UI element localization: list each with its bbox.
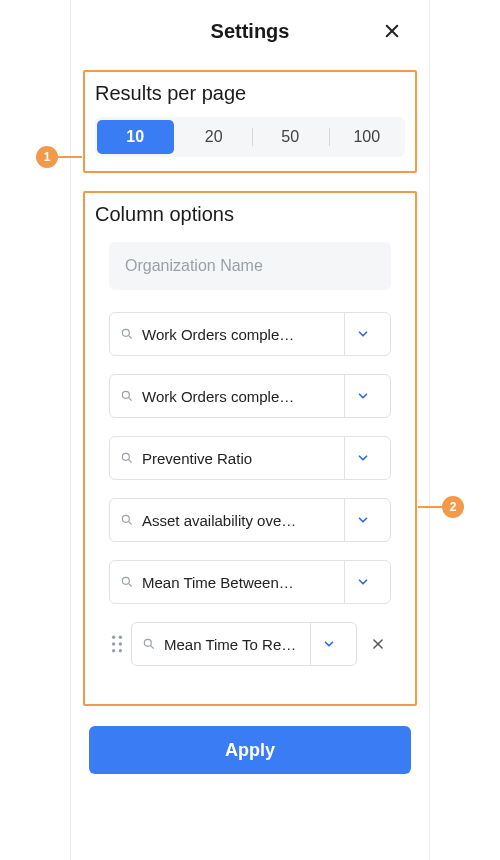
column-select[interactable]: Preventive Ratio [109,436,391,480]
svg-point-10 [122,577,129,584]
search-icon [120,389,134,403]
svg-line-5 [129,398,132,401]
column-row: Mean Time To Repai… [109,622,391,666]
page-title: Settings [211,20,290,43]
column-select[interactable]: Work Orders comple… [109,374,391,418]
svg-point-4 [122,391,129,398]
callout-marker-2: 2 [442,496,464,518]
chevron-down-icon[interactable] [344,499,380,541]
results-per-page-segmented: 102050100 [95,117,405,157]
results-per-page-option-100[interactable]: 100 [329,120,406,154]
search-icon [142,637,156,651]
chevron-down-icon[interactable] [344,375,380,417]
column-select-label: Work Orders comple… [142,388,336,405]
remove-column-button[interactable] [365,637,391,651]
search-icon [120,451,134,465]
svg-line-19 [151,646,154,649]
close-button[interactable] [379,18,405,44]
close-icon [383,22,401,40]
column-options-title: Column options [95,203,405,226]
chevron-down-icon[interactable] [310,623,346,665]
results-per-page-title: Results per page [95,82,405,105]
column-select-label: Preventive Ratio [142,450,336,467]
svg-line-7 [129,460,132,463]
svg-point-2 [122,329,129,336]
static-column-field: Organization Name [109,242,391,290]
column-options-section: Column options Organization Name Work Or… [83,191,417,706]
svg-line-3 [129,336,132,339]
results-per-page-section: Results per page 102050100 [83,70,417,173]
svg-line-9 [129,522,132,525]
svg-point-15 [119,642,122,645]
chevron-down-icon[interactable] [344,561,380,603]
results-per-page-option-50[interactable]: 50 [252,120,329,154]
svg-point-18 [144,639,151,646]
results-per-page-option-10[interactable]: 10 [97,120,174,154]
svg-point-6 [122,453,129,460]
search-icon [120,327,134,341]
svg-point-16 [112,649,115,652]
column-select[interactable]: Work Orders comple… [109,312,391,356]
column-row: Mean Time Between… [109,560,391,604]
chevron-down-icon[interactable] [344,437,380,479]
results-per-page-option-20[interactable]: 20 [176,120,253,154]
column-select[interactable]: Asset availability ove… [109,498,391,542]
search-icon [120,513,134,527]
column-select[interactable]: Mean Time Between… [109,560,391,604]
settings-panel: Settings Results per page 102050100 Colu… [70,0,430,860]
svg-point-14 [112,642,115,645]
column-select-label: Mean Time Between… [142,574,336,591]
panel-header: Settings [71,0,429,62]
svg-line-11 [129,584,132,587]
callout-marker-1: 1 [36,146,58,168]
search-icon [120,575,134,589]
column-row: Asset availability ove… [109,498,391,542]
svg-point-8 [122,515,129,522]
column-row: Work Orders comple… [109,374,391,418]
column-select-label: Mean Time To Repai… [164,636,302,653]
svg-point-12 [112,636,115,639]
column-options-body: Organization Name Work Orders comple…Wor… [95,242,405,666]
column-row: Preventive Ratio [109,436,391,480]
svg-point-13 [119,636,122,639]
drag-handle-icon[interactable] [109,635,125,653]
column-row: Work Orders comple… [109,312,391,356]
column-select[interactable]: Mean Time To Repai… [131,622,357,666]
column-select-label: Work Orders comple… [142,326,336,343]
column-select-label: Asset availability ove… [142,512,336,529]
chevron-down-icon[interactable] [344,313,380,355]
apply-button[interactable]: Apply [89,726,411,774]
svg-point-17 [119,649,122,652]
